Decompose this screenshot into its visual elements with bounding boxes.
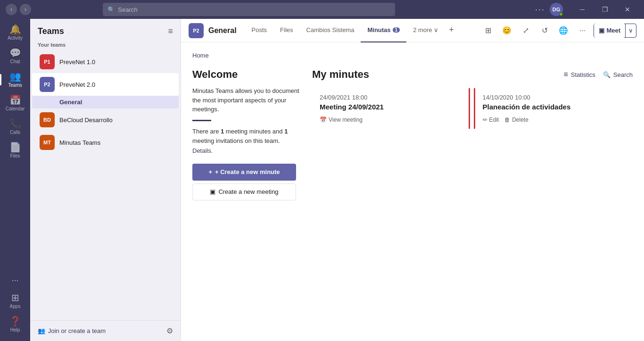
minute-item-1: 24/09/2021 18:00 Meeting 24/09/2021 📅 Vi… <box>312 88 470 129</box>
sidebar-item-activity[interactable]: 🔔 Activity <box>0 21 30 44</box>
edit-label: Edit <box>489 116 499 123</box>
tab-icon-btn1[interactable]: ⊞ <box>480 23 495 38</box>
sidebar-item-chat-label: Chat <box>10 59 20 64</box>
close-button[interactable]: ✕ <box>617 3 638 16</box>
add-tab-button[interactable]: + <box>445 19 458 42</box>
team-item-minutas[interactable]: MT Minutas Teams ··· <box>32 131 179 154</box>
breadcrumb[interactable]: Home <box>192 52 633 59</box>
more-options-button[interactable]: ··· <box>535 5 545 15</box>
welcome-divider <box>192 120 211 121</box>
maximize-button[interactable]: ❐ <box>594 3 616 16</box>
sidebar-item-chat[interactable]: 💬 Chat <box>0 44 30 68</box>
nav-back-button[interactable]: ‹ <box>6 4 17 15</box>
view-meeting-label: View meeting <box>329 116 363 123</box>
minutes-title: My minutes <box>312 68 369 81</box>
tab-more[interactable]: 2 more ∨ <box>406 19 445 42</box>
team-avatar-minutas: MT <box>40 135 55 150</box>
tab-posts[interactable]: Posts <box>245 19 274 42</box>
sidebar-item-help[interactable]: ❓ Help <box>9 313 21 336</box>
status-dot <box>559 12 563 16</box>
tab-icon-btn2[interactable]: 😊 <box>499 23 514 38</box>
channel-tabs: Posts Files Cambios Sistema Minutas 1 2 … <box>245 19 458 42</box>
channel-item-general[interactable]: General <box>32 96 179 108</box>
nav-buttons: ‹ › <box>6 4 31 15</box>
team-avatar-becloud: BD <box>40 112 55 127</box>
welcome-section: Welcome Minutas Teams allows you to docu… <box>192 68 301 200</box>
activity-icon: 🔔 <box>9 25 21 34</box>
team-name-becloud: BeCloud Desarrollo <box>59 116 160 124</box>
welcome-title: Welcome <box>192 68 301 81</box>
minute-date-1: 24/09/2021 18:00 <box>320 94 462 101</box>
calendar-icon: 📅 <box>9 95 21 105</box>
team-avatar-prevenet1: P1 <box>40 54 55 69</box>
sidebar-item-more[interactable]: ··· <box>9 272 21 289</box>
team-item-prevenet2[interactable]: P2 PreveNet 2.0 ··· <box>32 73 179 96</box>
teams-panel-header: Teams ≡ <box>30 19 181 40</box>
edit-button[interactable]: ✏ Edit <box>483 116 499 123</box>
sidebar-item-apps[interactable]: ⊞ Apps <box>9 289 21 313</box>
icon-sidebar: 🔔 Activity 💬 Chat 👥 Teams 📅 Calendar 📞 C… <box>0 19 30 341</box>
minute-date-2: 14/10/2020 10:00 <box>483 94 626 101</box>
refresh-icon-btn[interactable]: ↺ <box>537 23 552 38</box>
edit-icon: ✏ <box>483 116 487 123</box>
tab-cambios[interactable]: Cambios Sistema <box>300 19 361 42</box>
meet-button[interactable]: ▣ Meet <box>594 24 625 38</box>
details-link[interactable]: Details. <box>192 147 213 154</box>
teams-panel: Teams ≡ Your teams P1 PreveNet 1.0 ··· P… <box>30 19 181 341</box>
tab-files[interactable]: Files <box>273 19 299 42</box>
globe-icon-btn[interactable]: 🌐 <box>556 23 571 38</box>
statistics-button[interactable]: ≡ Statistics <box>563 70 595 79</box>
meeting-info: There are 1 meeting minutes and 1 meetin… <box>192 127 301 156</box>
title-bar-right: ··· DG ─ ❐ ✕ <box>535 3 638 16</box>
sidebar-item-calendar[interactable]: 📅 Calendar <box>0 91 30 115</box>
view-meeting-icon: 📅 <box>320 116 327 123</box>
header-more-btn[interactable]: ··· <box>575 23 590 38</box>
create-minute-button[interactable]: + + Create a new minute <box>192 164 296 181</box>
teams-panel-menu-button[interactable]: ≡ <box>168 26 173 36</box>
sidebar-item-activity-label: Activity <box>8 35 23 41</box>
teams-panel-footer: 👥 Join or create a team ⚙ <box>30 320 181 341</box>
user-avatar[interactable]: DG <box>550 3 563 16</box>
expand-icon-btn[interactable]: ⤢ <box>518 23 533 38</box>
create-meeting-button[interactable]: ▣ Create a new meeting <box>192 183 296 200</box>
sidebar-item-apps-label: Apps <box>10 304 21 309</box>
minutes-list: 24/09/2021 18:00 Meeting 24/09/2021 📅 Vi… <box>312 88 633 129</box>
minute-item-2: 14/10/2020 10:00 Planeación de actividad… <box>474 88 633 129</box>
search-button[interactable]: 🔍 Search <box>603 71 633 78</box>
team-name-prevenet1: PreveNet 1.0 <box>59 58 160 66</box>
team-item-becloud[interactable]: BD BeCloud Desarrollo ··· <box>32 108 179 131</box>
sidebar-item-calendar-label: Calendar <box>6 106 25 111</box>
minimize-button[interactable]: ─ <box>571 3 593 16</box>
video-icon: ▣ <box>599 27 604 34</box>
view-meeting-button[interactable]: 📅 View meeting <box>320 116 363 123</box>
join-team-icon: 👥 <box>38 327 45 334</box>
nav-forward-button[interactable]: › <box>20 4 31 15</box>
plus-icon: + <box>208 168 212 175</box>
sidebar-item-calls-label: Calls <box>10 130 20 135</box>
create-minute-label: + Create a new minute <box>215 168 280 175</box>
settings-icon[interactable]: ⚙ <box>166 326 173 335</box>
sidebar-bottom: ··· ⊞ Apps ❓ Help <box>9 272 21 341</box>
title-search-bar[interactable]: 🔍 Search <box>103 3 395 16</box>
statistics-icon: ≡ <box>563 70 568 79</box>
sidebar-item-teams[interactable]: 👥 Teams <box>0 68 30 91</box>
your-teams-label: Your teams <box>30 40 181 50</box>
delete-icon: 🗑 <box>504 116 510 123</box>
apps-icon: ⊞ <box>11 293 19 302</box>
sidebar-item-teams-label: Teams <box>8 83 22 88</box>
channel-header-right: ⊞ 😊 ⤢ ↺ 🌐 ··· ▣ Meet ∨ <box>480 23 636 38</box>
meet-dropdown-button[interactable]: ∨ <box>625 24 636 37</box>
delete-button[interactable]: 🗑 Delete <box>504 116 528 123</box>
tab-minutas[interactable]: Minutas 1 <box>361 19 406 42</box>
statistics-label: Statistics <box>571 71 595 78</box>
title-bar: ‹ › 🔍 Search ··· DG ─ ❐ ✕ <box>0 0 644 19</box>
meet-label: Meet <box>606 27 620 34</box>
chat-icon: 💬 <box>9 48 21 58</box>
sidebar-item-files[interactable]: 📄 Files <box>0 139 30 162</box>
team-item-prevenet1[interactable]: P1 PreveNet 1.0 ··· <box>32 50 179 73</box>
delete-label: Delete <box>512 116 528 123</box>
sidebar-item-calls[interactable]: 📞 Calls <box>0 115 30 139</box>
join-team-button[interactable]: 👥 Join or create a team <box>38 327 106 334</box>
minutas-badge: 1 <box>393 27 400 33</box>
help-icon: ❓ <box>9 316 21 326</box>
